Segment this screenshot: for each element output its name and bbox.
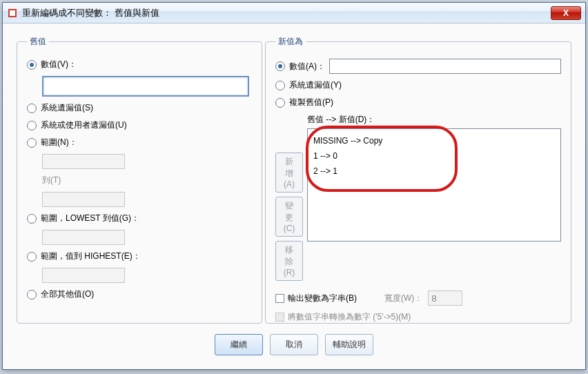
new-sysmissing-radio[interactable]	[275, 81, 285, 90]
old-highest-label: 範圍，值到 HIGHEST(E)：	[41, 250, 141, 262]
old-lowest-label: 範圍，LOWEST 到值(G)：	[41, 213, 139, 224]
help-button[interactable]: 輔助說明	[325, 334, 373, 355]
svg-rect-1	[10, 10, 15, 16]
width-input[interactable]	[428, 291, 462, 306]
close-icon: X	[563, 8, 569, 18]
old-value-label: 數值(V)：	[41, 59, 77, 70]
close-button[interactable]: X	[551, 6, 581, 20]
new-value-input[interactable]	[329, 59, 561, 74]
app-icon	[7, 8, 18, 19]
new-value-label: 數值(A)：	[289, 61, 325, 72]
old-sysmissing-label: 系統遺漏值(S)	[41, 102, 93, 114]
new-value-legend: 新值為	[275, 36, 306, 48]
mapping-item[interactable]: 1 --> 0	[313, 148, 555, 164]
old-sysusermissing-radio[interactable]	[27, 121, 37, 130]
old-value-group: 舊值 數值(V)： 系統遺漏值(S) 系統或使用者遺漏值(U) 範圍(N)：	[17, 36, 262, 324]
old-value-legend: 舊值	[27, 36, 49, 48]
output-string-label: 輸出變數為字串(B)	[288, 293, 357, 304]
old-else-radio[interactable]	[27, 290, 37, 299]
old-lowest-radio[interactable]	[27, 214, 37, 224]
width-label: 寬度(W)：	[384, 293, 422, 304]
remove-button[interactable]: 移除(R)	[275, 241, 303, 281]
new-copy-label: 複製舊值(P)	[289, 97, 333, 108]
mapping-header: 舊值 --> 新值(D)：	[307, 114, 375, 126]
dialog-window: 重新編碼成不同變數： 舊值與新值 X 舊值 數值(V)： 系統遺漏值(S) 系統…	[2, 2, 586, 370]
old-else-label: 全部其他值(O)	[41, 288, 94, 300]
cancel-button[interactable]: 取消	[270, 334, 318, 355]
mapping-item[interactable]: MISSING --> Copy	[313, 133, 555, 148]
mapping-item[interactable]: 2 --> 1	[313, 164, 555, 179]
change-button[interactable]: 變更(C)	[275, 197, 303, 237]
old-range-radio[interactable]	[27, 138, 37, 148]
new-copy-radio[interactable]	[275, 98, 285, 108]
dialog-footer: 繼續 取消 輔助說明	[3, 334, 585, 355]
new-value-radio[interactable]	[275, 61, 285, 71]
titlebar: 重新編碼成不同變數： 舊值與新值 X	[3, 3, 585, 23]
old-range-from-input[interactable]	[42, 154, 125, 169]
convert-numeric-label: 將數值字串轉換為數字 ('5'->5)(M)	[288, 311, 411, 323]
old-highest-radio[interactable]	[27, 252, 37, 262]
old-value-input[interactable]	[42, 76, 249, 97]
mapping-listbox[interactable]: MISSING --> Copy1 --> 02 --> 1	[307, 128, 561, 242]
new-value-group: 新值為 數值(A)： 系統遺漏值(Y) 複製舊值(P) 新增(A) 變更(C) …	[265, 36, 571, 324]
old-lowest-input[interactable]	[42, 230, 125, 245]
continue-button[interactable]: 繼續	[215, 334, 263, 355]
old-highest-input[interactable]	[42, 268, 125, 283]
old-sysmissing-radio[interactable]	[27, 104, 37, 113]
old-range-to-input[interactable]	[42, 192, 125, 207]
old-sysusermissing-label: 系統或使用者遺漏值(U)	[41, 119, 127, 131]
convert-numeric-checkbox	[275, 313, 284, 322]
add-button[interactable]: 新增(A)	[275, 152, 303, 193]
old-range-label: 範圍(N)：	[41, 137, 77, 148]
old-thru-label: 到(T)	[42, 175, 61, 186]
window-title: 重新編碼成不同變數： 舊值與新值	[22, 7, 159, 19]
output-string-checkbox[interactable]	[275, 294, 284, 303]
old-value-radio[interactable]	[27, 60, 37, 70]
new-sysmissing-label: 系統遺漏值(Y)	[289, 79, 342, 91]
